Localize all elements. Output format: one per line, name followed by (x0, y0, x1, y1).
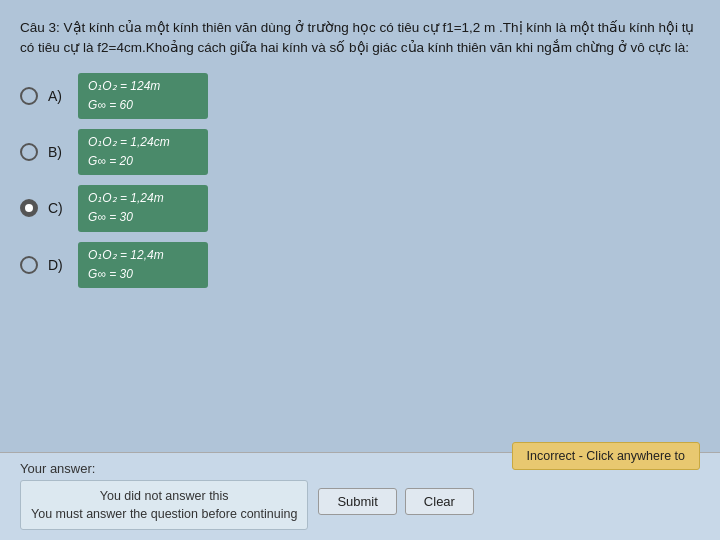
radio-a[interactable] (20, 87, 38, 105)
option-label-c: C) (48, 200, 68, 216)
question-text: Câu 3: Vật kính của một kính thiên văn d… (20, 18, 700, 59)
submit-button[interactable]: Submit (318, 488, 396, 515)
formula-b-line2: G∞ = 20 (88, 152, 198, 171)
formula-box-c: O₁O₂ = 1,24m G∞ = 30 (78, 185, 208, 231)
answer-section: Your answer: Incorrect - Click anywhere … (0, 452, 720, 540)
formula-box-d: O₁O₂ = 12,4m G∞ = 30 (78, 242, 208, 288)
option-row-b: B) O₁O₂ = 1,24cm G∞ = 20 (20, 129, 700, 175)
main-container: Câu 3: Vật kính của một kính thiên văn d… (0, 0, 720, 540)
formula-c-line1: O₁O₂ = 1,24m (88, 189, 198, 208)
answer-buttons: Submit Clear (318, 488, 474, 515)
clear-button[interactable]: Clear (405, 488, 474, 515)
formula-a-line2: G∞ = 60 (88, 96, 198, 115)
radio-b[interactable] (20, 143, 38, 161)
radio-c[interactable] (20, 199, 38, 217)
option-label-a: A) (48, 88, 68, 104)
option-row-c: C) O₁O₂ = 1,24m G∞ = 30 (20, 185, 700, 231)
incorrect-popup-text: Incorrect - Click anywhere to (527, 449, 685, 463)
answer-messages: You did not answer this You must answer … (20, 480, 308, 530)
msg-not-answered: You did not answer this (31, 487, 297, 505)
formula-c-line2: G∞ = 30 (88, 208, 198, 227)
formula-b-line1: O₁O₂ = 1,24cm (88, 133, 198, 152)
answer-inner: Incorrect - Click anywhere to You did no… (20, 480, 700, 530)
msg-must-answer: You must answer the question before cont… (31, 505, 297, 523)
incorrect-popup[interactable]: Incorrect - Click anywhere to (512, 442, 700, 470)
option-label-d: D) (48, 257, 68, 273)
option-row-d: D) O₁O₂ = 12,4m G∞ = 30 (20, 242, 700, 288)
radio-d[interactable] (20, 256, 38, 274)
option-label-b: B) (48, 144, 68, 160)
formula-box-a: O₁O₂ = 124m G∞ = 60 (78, 73, 208, 119)
option-row-a: A) O₁O₂ = 124m G∞ = 60 (20, 73, 700, 119)
formula-d-line2: G∞ = 30 (88, 265, 198, 284)
formula-box-b: O₁O₂ = 1,24cm G∞ = 20 (78, 129, 208, 175)
formula-d-line1: O₁O₂ = 12,4m (88, 246, 198, 265)
formula-a-line1: O₁O₂ = 124m (88, 77, 198, 96)
options-container: A) O₁O₂ = 124m G∞ = 60 B) O₁O₂ = 1,24cm … (20, 73, 700, 289)
